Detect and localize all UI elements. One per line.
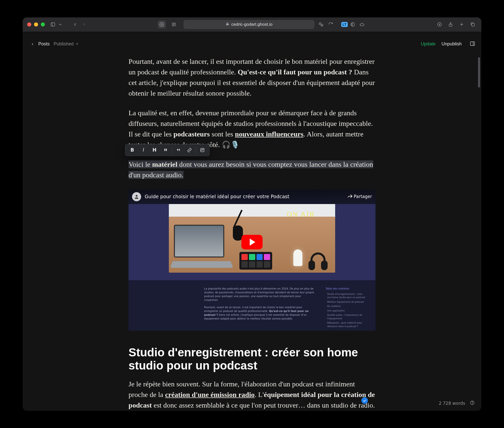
lamp-graphic bbox=[293, 249, 302, 266]
close-window-button[interactable] bbox=[27, 22, 31, 26]
tab-overview-icon[interactable] bbox=[469, 20, 477, 28]
toolbar-separator bbox=[172, 147, 172, 154]
video-page-preview: La popularité des podcasts audio n'est p… bbox=[129, 280, 375, 331]
link-button[interactable] bbox=[184, 145, 195, 155]
italic-button[interactable]: I bbox=[138, 145, 149, 155]
sidebar-toggle-icon[interactable] bbox=[49, 20, 57, 28]
svg-point-21 bbox=[472, 404, 472, 404]
maximize-window-button[interactable] bbox=[41, 22, 45, 26]
toolbar-separator bbox=[196, 147, 196, 154]
word-count: 2 728 words bbox=[439, 401, 465, 406]
toc-title: Table des matières bbox=[326, 287, 366, 291]
grammar-check-badge[interactable] bbox=[361, 397, 368, 404]
url-text: cedric-godart.ghost.io bbox=[231, 22, 272, 27]
scrollbar[interactable] bbox=[478, 56, 480, 411]
quote-button[interactable] bbox=[173, 145, 184, 155]
svg-rect-0 bbox=[51, 23, 55, 26]
paragraph-selected[interactable]: Voici le matériel dont vous aurez besoin… bbox=[129, 159, 375, 180]
window-controls bbox=[27, 22, 45, 26]
back-chevron-icon[interactable] bbox=[31, 42, 34, 46]
article-body[interactable]: Pourtant, avant de se lancer, il est imp… bbox=[129, 56, 375, 411]
paragraph[interactable]: La qualité est, en effet, devenue primor… bbox=[129, 108, 375, 150]
link-nouveaux-influenceurs[interactable]: nouveaux influenceurs bbox=[235, 130, 303, 138]
nav-back-button[interactable] bbox=[71, 20, 79, 28]
svg-rect-14 bbox=[472, 23, 475, 26]
refresh-icon[interactable] bbox=[327, 20, 335, 28]
paragraph[interactable]: Je le répète bien souvent. Sur la forme,… bbox=[129, 379, 375, 411]
editor-header: Posts Published Update Unpublish bbox=[23, 32, 481, 56]
channel-avatar[interactable] bbox=[132, 192, 141, 201]
chevron-down-icon[interactable] bbox=[58, 20, 62, 28]
paragraph[interactable]: Pourtant, avant de se lancer, il est imp… bbox=[129, 56, 375, 99]
scrollbar-thumb[interactable] bbox=[478, 57, 480, 88]
new-tab-icon[interactable] bbox=[458, 20, 466, 28]
headphones-graphic bbox=[308, 252, 328, 270]
heading-large-button[interactable]: H bbox=[149, 145, 160, 155]
translate-icon[interactable] bbox=[317, 20, 325, 28]
svg-point-2 bbox=[161, 24, 162, 25]
privacy-shield-icon[interactable] bbox=[349, 20, 357, 28]
toc-list: Studio d'enregistrement : créer son home… bbox=[326, 293, 366, 328]
snippet-button[interactable] bbox=[197, 145, 208, 155]
help-icon[interactable] bbox=[470, 400, 475, 406]
extension-settings-icon[interactable] bbox=[158, 20, 166, 28]
svg-point-19 bbox=[136, 195, 137, 196]
play-button[interactable] bbox=[241, 235, 263, 249]
breadcrumb-status[interactable]: Published bbox=[54, 41, 79, 47]
laptop-graphic bbox=[174, 225, 232, 270]
link-emission-radio[interactable]: création d'une émission radio bbox=[165, 391, 255, 398]
text-format-toolbar: B I H H bbox=[125, 144, 210, 156]
settings-panel-toggle[interactable] bbox=[470, 41, 475, 47]
share-icon[interactable] bbox=[447, 20, 455, 28]
address-bar[interactable]: cedric-godart.ghost.io bbox=[183, 20, 314, 29]
onair-sign: ON AIR bbox=[287, 209, 315, 220]
lock-icon bbox=[226, 22, 229, 27]
video-share-button[interactable]: Partager bbox=[347, 193, 372, 200]
downloads-icon[interactable] bbox=[435, 20, 444, 28]
editor-content[interactable]: Pourtant, avant de se lancer, il est imp… bbox=[23, 56, 481, 411]
bold-button[interactable]: B bbox=[127, 145, 138, 155]
youtube-embed[interactable]: Guide pour choisir le matériel idéal pou… bbox=[129, 189, 375, 331]
external-link-icon bbox=[75, 42, 79, 46]
editor-footer: 2 728 words bbox=[439, 400, 475, 406]
reader-view-icon[interactable] bbox=[170, 20, 178, 28]
heading-small-button[interactable]: H bbox=[160, 145, 171, 155]
breadcrumb-posts[interactable]: Posts bbox=[38, 41, 50, 47]
svg-point-18 bbox=[203, 149, 203, 150]
languagetool-badge[interactable]: LT bbox=[341, 22, 348, 27]
nav-forward-button bbox=[80, 20, 88, 28]
safari-window: cedric-godart.ghost.io LT bbox=[23, 17, 481, 411]
video-title[interactable]: Guide pour choisir le matériel idéal pou… bbox=[145, 193, 289, 200]
browser-titlebar: cedric-godart.ghost.io LT bbox=[23, 17, 481, 32]
video-header: Guide pour choisir le matériel idéal pou… bbox=[129, 189, 375, 204]
update-button[interactable]: Update bbox=[418, 40, 438, 48]
heading-studio[interactable]: Studio d'enregistrement : créer son home… bbox=[129, 346, 375, 373]
minimize-window-button[interactable] bbox=[34, 22, 38, 26]
icloud-icon[interactable] bbox=[358, 20, 366, 28]
svg-rect-15 bbox=[470, 42, 475, 45]
mixer-graphic bbox=[239, 252, 272, 270]
video-preview: ON AIR bbox=[129, 204, 375, 280]
unpublish-button[interactable]: Unpublish bbox=[438, 40, 465, 48]
